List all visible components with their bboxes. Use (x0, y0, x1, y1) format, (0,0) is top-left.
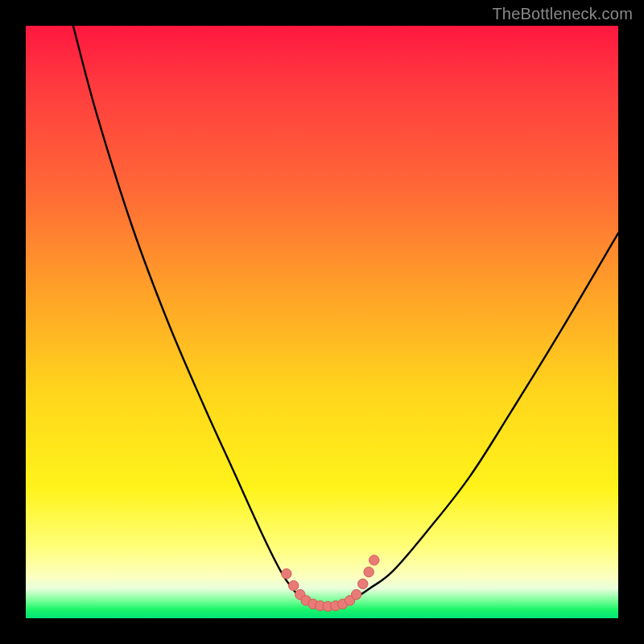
valley-marker (364, 567, 374, 576)
valley-marker (351, 589, 361, 599)
valley-marker (288, 580, 298, 590)
curve-left-branch (73, 26, 304, 601)
plot-area (26, 26, 618, 618)
valley-marker (282, 569, 291, 579)
chart-svg (26, 26, 618, 618)
chart-frame: TheBottleneck.com (0, 0, 644, 644)
curve-right-branch (352, 233, 618, 601)
valley-marker (358, 579, 368, 588)
watermark-text: TheBottleneck.com (492, 5, 633, 23)
valley-marker (369, 555, 379, 565)
